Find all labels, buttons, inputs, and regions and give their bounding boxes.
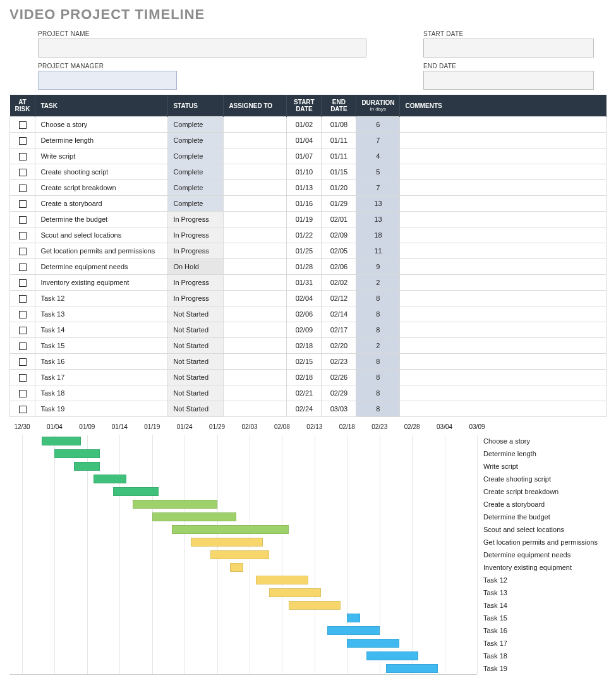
task-name-cell[interactable]: Get location permits and permissions [35,243,168,259]
start-date-cell[interactable]: 01/10 [287,164,322,180]
assigned-to-cell[interactable] [224,275,287,291]
task-name-cell[interactable]: Scout and select locations [35,227,168,243]
start-date-cell[interactable]: 02/04 [287,291,322,306]
comments-cell[interactable] [400,243,607,259]
comments-cell[interactable] [400,164,607,180]
status-cell[interactable]: In Progress [168,212,224,227]
status-cell[interactable]: In Progress [168,291,224,306]
end-date-cell[interactable]: 01/29 [322,196,356,212]
assigned-to-cell[interactable] [224,148,287,164]
start-date-cell[interactable]: 02/21 [287,385,322,401]
status-cell[interactable]: Complete [168,196,224,212]
start-date-cell[interactable]: 01/31 [287,275,322,291]
start-date-cell[interactable]: 01/13 [287,180,322,196]
at-risk-checkbox[interactable] [19,200,27,208]
at-risk-checkbox[interactable] [19,248,27,255]
at-risk-checkbox[interactable] [19,263,27,271]
status-cell[interactable]: In Progress [168,243,224,259]
at-risk-checkbox[interactable] [19,153,27,160]
at-risk-checkbox[interactable] [19,216,27,224]
project-name-input[interactable] [38,39,366,58]
status-cell[interactable]: Not Started [168,354,224,370]
at-risk-checkbox[interactable] [19,390,27,397]
comments-cell[interactable] [400,385,607,401]
end-date-cell[interactable]: 02/17 [322,322,356,338]
at-risk-checkbox[interactable] [19,232,27,239]
assigned-to-cell[interactable] [224,133,287,148]
status-cell[interactable]: In Progress [168,227,224,243]
status-cell[interactable]: Not Started [168,385,224,401]
task-name-cell[interactable]: Task 13 [35,306,168,322]
comments-cell[interactable] [400,354,607,370]
assigned-to-cell[interactable] [224,259,287,275]
end-date-cell[interactable]: 02/29 [322,385,356,401]
start-date-cell[interactable]: 02/18 [287,370,322,385]
comments-cell[interactable] [400,291,607,306]
at-risk-checkbox[interactable] [19,169,27,176]
at-risk-checkbox[interactable] [19,311,27,318]
at-risk-checkbox[interactable] [19,295,27,303]
comments-cell[interactable] [400,117,607,133]
start-date-cell[interactable]: 01/04 [287,133,322,148]
start-date-cell[interactable]: 02/18 [287,338,322,354]
start-date-cell[interactable]: 01/25 [287,243,322,259]
task-name-cell[interactable]: Determine the budget [35,212,168,227]
assigned-to-cell[interactable] [224,180,287,196]
comments-cell[interactable] [400,212,607,227]
comments-cell[interactable] [400,259,607,275]
end-date-input[interactable] [423,71,594,90]
at-risk-checkbox[interactable] [19,358,27,366]
assigned-to-cell[interactable] [224,338,287,354]
status-cell[interactable]: Not Started [168,401,224,417]
comments-cell[interactable] [400,401,607,417]
status-cell[interactable]: Complete [168,133,224,148]
end-date-cell[interactable]: 02/26 [322,370,356,385]
assigned-to-cell[interactable] [224,306,287,322]
assigned-to-cell[interactable] [224,212,287,227]
assigned-to-cell[interactable] [224,291,287,306]
at-risk-checkbox[interactable] [19,185,27,192]
assigned-to-cell[interactable] [224,227,287,243]
at-risk-checkbox[interactable] [19,137,27,145]
at-risk-checkbox[interactable] [19,342,27,350]
task-name-cell[interactable]: Task 18 [35,385,168,401]
assigned-to-cell[interactable] [224,401,287,417]
start-date-cell[interactable]: 01/22 [287,227,322,243]
at-risk-checkbox[interactable] [19,279,27,287]
comments-cell[interactable] [400,275,607,291]
task-name-cell[interactable]: Task 19 [35,401,168,417]
end-date-cell[interactable]: 02/05 [322,243,356,259]
comments-cell[interactable] [400,338,607,354]
status-cell[interactable]: Not Started [168,322,224,338]
end-date-cell[interactable]: 01/20 [322,180,356,196]
start-date-cell[interactable]: 01/28 [287,259,322,275]
task-name-cell[interactable]: Determine length [35,133,168,148]
assigned-to-cell[interactable] [224,164,287,180]
status-cell[interactable]: On Hold [168,259,224,275]
assigned-to-cell[interactable] [224,385,287,401]
assigned-to-cell[interactable] [224,196,287,212]
at-risk-checkbox[interactable] [19,121,27,129]
at-risk-checkbox[interactable] [19,374,27,382]
task-name-cell[interactable]: Choose a story [35,117,168,133]
end-date-cell[interactable]: 02/12 [322,291,356,306]
end-date-cell[interactable]: 02/14 [322,306,356,322]
comments-cell[interactable] [400,148,607,164]
status-cell[interactable]: Not Started [168,306,224,322]
end-date-cell[interactable]: 03/03 [322,401,356,417]
task-name-cell[interactable]: Inventory existing equipment [35,275,168,291]
start-date-cell[interactable]: 02/15 [287,354,322,370]
comments-cell[interactable] [400,306,607,322]
status-cell[interactable]: Not Started [168,370,224,385]
assigned-to-cell[interactable] [224,243,287,259]
end-date-cell[interactable]: 01/08 [322,117,356,133]
task-name-cell[interactable]: Determine equipment needs [35,259,168,275]
start-date-cell[interactable]: 01/07 [287,148,322,164]
task-name-cell[interactable]: Task 14 [35,322,168,338]
end-date-cell[interactable]: 02/09 [322,227,356,243]
project-manager-input[interactable] [38,71,177,90]
start-date-input[interactable] [423,39,594,58]
start-date-cell[interactable]: 02/24 [287,401,322,417]
start-date-cell[interactable]: 02/06 [287,306,322,322]
status-cell[interactable]: Not Started [168,338,224,354]
